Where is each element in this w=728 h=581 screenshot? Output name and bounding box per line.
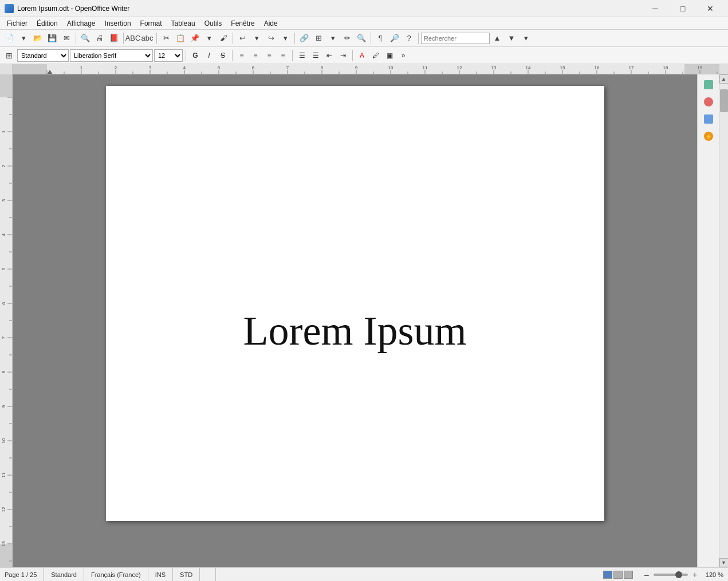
spellcheck-button[interactable]: ABC — [126, 31, 140, 45]
print-preview-button[interactable]: 🔍 — [78, 31, 92, 45]
document-area[interactable]: Lorem Ipsum — [13, 74, 697, 567]
menu-outils[interactable]: Outils — [200, 18, 227, 29]
scroll-down-button[interactable]: ▼ — [719, 558, 729, 567]
toolbar2-more[interactable]: » — [397, 49, 410, 62]
find-button[interactable]: 🔍 — [355, 31, 368, 45]
list-ordered-button[interactable]: ☰ — [309, 49, 322, 62]
align-center-button[interactable]: ≡ — [249, 49, 262, 62]
minimize-button[interactable]: ─ — [642, 0, 668, 17]
sidebar-btn-3[interactable] — [701, 111, 717, 127]
zoom-slider[interactable] — [654, 574, 688, 576]
decrease-indent-button[interactable]: ⇤ — [323, 49, 336, 62]
undo-dropdown-button[interactable]: ▾ — [250, 31, 263, 45]
fmt-sep1 — [186, 50, 186, 61]
search-options-button[interactable]: ▾ — [519, 31, 533, 45]
table-button[interactable]: ⊞ — [312, 31, 325, 45]
nonprint-chars-button[interactable]: ¶ — [373, 31, 387, 45]
search-next-button[interactable]: ▼ — [505, 31, 518, 45]
show-draw-button[interactable]: ✏ — [340, 31, 354, 45]
sidebar-btn-1[interactable] — [701, 77, 717, 93]
align-left-button[interactable]: ≡ — [235, 49, 248, 62]
page-container: Lorem Ipsum — [13, 74, 697, 567]
increase-indent-button[interactable]: ⇥ — [337, 49, 349, 62]
table-dropdown-button[interactable]: ▾ — [326, 31, 340, 45]
bold-button[interactable]: G — [189, 49, 202, 62]
undo-button[interactable]: ↩ — [235, 31, 249, 45]
save-button[interactable]: 💾 — [45, 31, 59, 45]
menu-fichier[interactable]: Fichier — [2, 18, 32, 29]
document-content[interactable]: Lorem Ipsum — [117, 307, 593, 355]
autocorrect-button[interactable]: abc — [140, 31, 154, 45]
strikethrough-button[interactable]: S — [217, 49, 229, 62]
cut-button[interactable]: ✂ — [159, 31, 173, 45]
zoom-out-button[interactable]: – — [642, 570, 651, 579]
vertical-scrollbar[interactable]: ▲ ▼ — [719, 74, 728, 567]
help-button[interactable]: ? — [402, 31, 416, 45]
main-area: Lorem Ipsum ⚡ ▲ ▼ — [0, 74, 728, 567]
email-button[interactable]: ✉ — [60, 31, 73, 45]
clone-format-button[interactable]: 🖌 — [217, 31, 230, 45]
copy-button[interactable]: 📋 — [174, 31, 187, 45]
svg-rect-0 — [704, 80, 713, 89]
menu-insertion[interactable]: Insertion — [100, 18, 136, 29]
separator3 — [156, 33, 157, 44]
list-unordered-button[interactable]: ☰ — [296, 49, 308, 62]
fmt-sep4 — [352, 50, 353, 61]
zoom-button[interactable]: 🔎 — [388, 31, 402, 45]
font-color-button[interactable]: A — [356, 49, 368, 62]
ruler-scrollbar-corner — [719, 64, 728, 74]
menu-format[interactable]: Format — [136, 18, 167, 29]
menu-affichage[interactable]: Affichage — [62, 18, 100, 29]
sidebar-btn-4[interactable]: ⚡ — [701, 128, 717, 144]
search-prev-button[interactable]: ▲ — [490, 31, 504, 45]
font-size-select[interactable]: 12 — [154, 49, 183, 62]
scroll-track[interactable] — [719, 84, 729, 558]
fmt-sep3 — [292, 50, 293, 61]
menu-edition[interactable]: Édition — [32, 18, 62, 29]
ins-mode: INS — [148, 568, 173, 581]
scroll-thumb[interactable] — [720, 89, 728, 112]
dropdown-new-button[interactable]: ▾ — [17, 31, 30, 45]
maximize-button[interactable]: □ — [670, 0, 696, 17]
font-name-select[interactable]: Liberation Serif — [70, 49, 153, 62]
search-input[interactable] — [421, 33, 490, 44]
new-button[interactable]: 📄 — [2, 31, 16, 45]
sidebar-btn-2[interactable] — [701, 94, 717, 110]
print-button[interactable]: 🖨 — [93, 31, 107, 45]
app-icon — [5, 4, 14, 13]
view-single-page[interactable] — [603, 571, 612, 579]
redo-dropdown-button[interactable]: ▾ — [278, 31, 292, 45]
svg-point-1 — [704, 97, 713, 106]
fmt-sep2 — [232, 50, 233, 61]
align-right-button[interactable]: ≡ — [263, 49, 276, 62]
vertical-ruler — [0, 74, 13, 567]
char-bg-button[interactable]: ▣ — [383, 49, 396, 62]
view-book[interactable] — [624, 571, 633, 579]
separator6 — [371, 33, 371, 44]
scroll-up-button[interactable]: ▲ — [719, 74, 729, 84]
menu-tableau[interactable]: Tableau — [167, 18, 200, 29]
styles-toggle[interactable]: ⊞ — [2, 49, 16, 62]
italic-button[interactable]: I — [203, 49, 215, 62]
close-button[interactable]: ✕ — [697, 0, 723, 17]
view-multipage[interactable] — [613, 571, 623, 579]
highlight-button[interactable]: 🖊 — [369, 49, 382, 62]
title-bar: Lorem Ipsum.odt - OpenOffice Writer ─ □ … — [0, 0, 728, 17]
document-page[interactable]: Lorem Ipsum — [106, 86, 604, 521]
paragraph-style-select[interactable]: Standard — [17, 49, 69, 62]
redo-button[interactable]: ↪ — [264, 31, 278, 45]
open-button[interactable]: 📂 — [31, 31, 45, 45]
menu-aide[interactable]: Aide — [259, 18, 282, 29]
pdf-button[interactable]: 📕 — [107, 31, 121, 45]
paste-dropdown-button[interactable]: ▾ — [202, 31, 216, 45]
zoom-in-button[interactable]: + — [690, 570, 699, 579]
language: Français (France) — [84, 568, 148, 581]
right-sidebar: ⚡ — [697, 74, 719, 567]
separator1 — [76, 33, 76, 44]
paste-button[interactable]: 📌 — [188, 31, 202, 45]
align-justify-button[interactable]: ≡ — [277, 49, 289, 62]
separator7 — [418, 33, 419, 44]
hyperlink-button[interactable]: 🔗 — [297, 31, 311, 45]
horizontal-ruler — [13, 64, 719, 74]
menu-fenetre[interactable]: Fenêtre — [226, 18, 259, 29]
